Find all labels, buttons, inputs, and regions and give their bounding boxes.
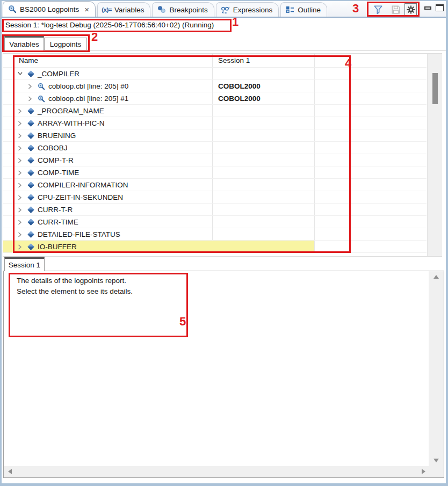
outline-icon xyxy=(285,5,294,14)
details-tab-session1[interactable]: Session 1 xyxy=(4,257,45,271)
tab-breakpoints[interactable]: Breakpoints xyxy=(152,2,214,17)
chevron-right-icon[interactable] xyxy=(18,220,22,225)
chevron-right-icon[interactable] xyxy=(18,121,22,126)
logpoint-magnifier-icon xyxy=(37,82,45,90)
variable-diamond-icon xyxy=(27,156,35,164)
row-session1-value: COBOL2000 xyxy=(218,95,261,103)
row-label: CURR-TIME xyxy=(38,218,78,226)
tab-label: Variables xyxy=(114,6,144,14)
table-row[interactable]: ARRAY-WITH-PIC-N xyxy=(3,117,427,129)
row-label: _COMPILER xyxy=(38,70,80,78)
scrollbar-thumb[interactable] xyxy=(432,73,438,104)
details-line: Select the element to see its details. xyxy=(17,286,133,297)
variable-diamond-icon xyxy=(27,193,35,201)
table-row[interactable]: _COMPILER xyxy=(3,68,427,80)
row-label: ARRAY-WITH-PIC-N xyxy=(38,119,105,127)
logpoint-magnifier-icon xyxy=(8,5,17,14)
table-row[interactable]: cobloop.cbl [line: 205] #0 COBOL2000 xyxy=(3,80,427,92)
logpoint-magnifier-icon xyxy=(37,95,45,103)
scroll-up-arrow-icon[interactable] xyxy=(433,275,439,279)
variable-diamond-icon xyxy=(27,218,35,226)
chevron-right-icon[interactable] xyxy=(18,232,22,237)
subtab-logpoints[interactable]: Logpoints xyxy=(44,38,87,50)
row-label: IO-BUFFER xyxy=(38,243,77,251)
bs2000-logpoints-view: BS2000 Logpoints × (x)= Variables Breakp… xyxy=(0,0,448,486)
scroll-right-arrow-icon[interactable] xyxy=(422,469,425,474)
tab-variables[interactable]: (x)= Variables xyxy=(97,2,150,17)
filter-icon[interactable] xyxy=(373,4,384,15)
details-tab-label: Session 1 xyxy=(9,261,40,269)
maximize-view-icon[interactable] xyxy=(436,4,444,11)
gear-icon[interactable] xyxy=(404,3,417,16)
table-row[interactable]: cobloop.cbl [line: 205] #1 COBOL2000 xyxy=(3,92,427,105)
row-label: CPU-ZEIT-IN-SEKUNDEN xyxy=(38,193,123,201)
variable-diamond-icon xyxy=(27,132,35,140)
tab-label: Expressions xyxy=(233,6,273,14)
variables-table: Name Session 1 _COMPILER cobloop.cbl [li… xyxy=(3,53,442,257)
table-row[interactable]: BRUENING xyxy=(3,129,427,142)
subtab-divider xyxy=(2,50,446,50)
close-icon[interactable]: × xyxy=(84,5,89,13)
variable-diamond-icon xyxy=(27,243,35,251)
variable-diamond-icon xyxy=(27,70,35,78)
row-label: DETAILED-FILE-STATUS xyxy=(38,230,120,238)
details-content[interactable]: The details of the logpoints report. Sel… xyxy=(4,271,429,466)
subtab-label: Logpoints xyxy=(50,40,82,48)
chevron-down-icon[interactable] xyxy=(18,71,23,76)
chevron-right-icon[interactable] xyxy=(18,195,22,200)
table-row[interactable]: COBOBJ xyxy=(3,142,427,154)
subtab-variables[interactable]: Variables xyxy=(4,35,44,50)
row-label: CURR-T-R xyxy=(38,206,73,214)
tab-label: BS2000 Logpoints xyxy=(20,5,79,13)
tab-label: Outline xyxy=(298,6,321,14)
chevron-right-icon[interactable] xyxy=(18,146,22,151)
row-label: BRUENING xyxy=(38,132,76,140)
variable-diamond-icon xyxy=(27,230,35,238)
table-header: Name Session 1 xyxy=(3,54,427,68)
table-row[interactable]: _PROGRAM_NAME xyxy=(3,105,427,117)
column-header-name[interactable]: Name xyxy=(19,56,38,64)
minimize-view-icon[interactable] xyxy=(424,6,431,10)
scroll-left-arrow-icon[interactable] xyxy=(8,469,12,474)
tab-bs2000-logpoints[interactable]: BS2000 Logpoints × xyxy=(3,1,96,17)
chevron-right-icon[interactable] xyxy=(18,133,22,139)
column-header-session1[interactable]: Session 1 xyxy=(218,56,250,64)
row-label: COMPILER-INFORMATION xyxy=(38,181,128,189)
chevron-right-icon[interactable] xyxy=(18,244,22,250)
details-line: The details of the logpoints report. xyxy=(17,275,133,286)
table-vertical-scrollbar[interactable] xyxy=(427,54,442,256)
chevron-right-icon[interactable] xyxy=(28,84,32,89)
variable-diamond-icon xyxy=(27,181,35,189)
row-label: _PROGRAM_NAME xyxy=(38,107,104,115)
save-icon[interactable] xyxy=(391,4,401,15)
variable-diamond-icon xyxy=(27,169,35,177)
details-horizontal-scrollbar[interactable] xyxy=(4,466,429,477)
chevron-right-icon[interactable] xyxy=(18,183,22,188)
chevron-right-icon[interactable] xyxy=(18,108,22,114)
details-vertical-scrollbar[interactable] xyxy=(429,271,444,466)
table-row[interactable]: COMP-TIME xyxy=(3,166,427,179)
table-row[interactable]: COMPILER-INFORMATION xyxy=(3,179,427,191)
row-label: cobloop.cbl [line: 205] #1 xyxy=(48,95,128,103)
tab-expressions[interactable]: Expressions xyxy=(216,2,279,17)
chevron-right-icon[interactable] xyxy=(18,158,22,163)
chevron-right-icon[interactable] xyxy=(28,96,32,101)
table-row-highlighted[interactable]: IO-BUFFER xyxy=(3,241,427,253)
variables-icon: (x)= xyxy=(102,5,111,14)
table-row[interactable]: CPU-ZEIT-IN-SEKUNDEN xyxy=(3,191,427,204)
details-pane: The details of the logpoints report. Sel… xyxy=(3,271,444,478)
tab-outline[interactable]: Outline xyxy=(280,2,327,17)
scroll-down-arrow-icon[interactable] xyxy=(433,459,439,462)
chevron-right-icon[interactable] xyxy=(18,207,22,213)
row-label: COBOBJ xyxy=(38,144,68,152)
tab-label: Breakpoints xyxy=(169,6,207,14)
row-label: COMP-T-R xyxy=(38,156,74,164)
table-row[interactable]: COMP-T-R xyxy=(3,154,427,166)
table-row[interactable]: CURR-T-R xyxy=(3,204,427,216)
row-label: COMP-TIME xyxy=(38,169,79,177)
table-row[interactable]: CURR-TIME xyxy=(3,216,427,228)
variable-diamond-icon xyxy=(27,119,35,127)
table-row[interactable]: DETAILED-FILE-STATUS xyxy=(3,228,427,241)
variable-diamond-icon xyxy=(27,144,35,152)
chevron-right-icon[interactable] xyxy=(18,170,22,176)
